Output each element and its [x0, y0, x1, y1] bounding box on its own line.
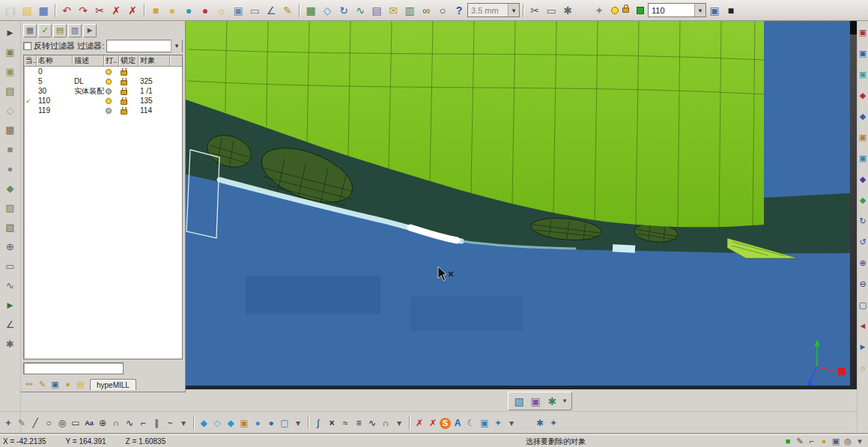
layer-filter-input[interactable]	[23, 362, 124, 374]
3d-viewport[interactable]	[186, 21, 850, 389]
ucs-status-icon[interactable]: ▣	[830, 435, 842, 447]
spline-tool-icon[interactable]: ∿	[123, 416, 136, 431]
delete-icon[interactable]: ✗	[108, 2, 124, 19]
delete-all-icon[interactable]: ✗	[426, 416, 440, 431]
zoom-icon[interactable]: ○	[434, 2, 451, 19]
side-view-icon[interactable]: ◇	[2, 102, 19, 118]
group-icon[interactable]: ▥	[401, 2, 418, 19]
view-back-icon[interactable]: ▣	[858, 66, 868, 82]
more-surface-icon[interactable]: ▾	[291, 416, 305, 431]
invert-filter-checkbox[interactable]	[23, 42, 31, 50]
surface-model-icon[interactable]: ◆	[2, 180, 19, 196]
iso-ne-view-icon[interactable]: ◆	[858, 171, 868, 187]
layer-lock-toggle[interactable]	[119, 107, 139, 115]
frame-icon[interactable]: ▭	[246, 2, 263, 19]
box-feature-icon[interactable]: ■	[148, 2, 164, 19]
column-header-description[interactable]: 描述	[73, 55, 104, 66]
cylinder-icon[interactable]: ●	[2, 160, 19, 177]
globe-icon[interactable]: ●	[180, 2, 197, 19]
rotate-ccw-icon[interactable]: ↺	[858, 234, 868, 250]
probe-icon[interactable]: ✦	[591, 2, 607, 19]
circle-tool-icon[interactable]: ○	[42, 416, 55, 431]
drill-icon[interactable]: ⊕	[2, 238, 19, 255]
layer-lock-toggle[interactable]	[119, 78, 139, 85]
select-icon[interactable]: ►	[2, 24, 19, 40]
link-icon[interactable]: ∞	[418, 2, 434, 19]
prev-view-icon[interactable]: ◄	[858, 317, 868, 334]
plug-icon[interactable]: ✦	[547, 416, 560, 431]
apply-filter-icon[interactable]: ✓	[38, 24, 52, 37]
layer-lock-toggle[interactable]	[119, 68, 139, 76]
zoom-out-icon[interactable]: ⊖	[858, 276, 868, 292]
iso-nw-view-icon[interactable]: ◆	[858, 192, 868, 208]
annotate-icon[interactable]: ✎	[279, 2, 296, 19]
chevron-down-icon[interactable]: ▾	[694, 4, 705, 16]
layer-row[interactable]: 119 114	[24, 106, 182, 115]
solid-box-icon[interactable]: ■	[2, 141, 19, 157]
material-icon[interactable]: ●	[197, 2, 213, 19]
snap-mode-icon[interactable]: ⌐	[806, 435, 818, 447]
curve-tool-icon[interactable]: ~	[163, 416, 177, 431]
layer-visibility-toggle[interactable]	[104, 88, 119, 94]
next-view-icon[interactable]: ►	[858, 338, 868, 355]
new-layer-icon[interactable]: ▤	[53, 24, 67, 37]
filter-combo[interactable]: ▾	[106, 40, 183, 52]
more-sketch-icon[interactable]: ▾	[177, 416, 190, 431]
sphere-solid-icon[interactable]: ●	[264, 416, 278, 431]
target-status-icon[interactable]: ◎	[842, 435, 854, 447]
point-tool-icon[interactable]: ⊕	[96, 416, 109, 431]
expand-status-icon[interactable]: ▾	[854, 435, 866, 447]
tool-folder-icon[interactable]: ▤	[74, 378, 87, 390]
display-mode-icon[interactable]: ▣	[706, 2, 723, 19]
box-solid-icon[interactable]: ▣	[237, 416, 251, 431]
corner-tool-icon[interactable]: ⌐	[136, 416, 150, 431]
erase-icon[interactable]: ✗	[124, 2, 141, 19]
tool-cylinder-icon[interactable]: ●	[61, 378, 74, 390]
text-tool-icon[interactable]: Aa	[82, 416, 96, 431]
mesh-icon[interactable]: ▨	[2, 199, 19, 216]
top-view-icon[interactable]: ▤	[2, 82, 19, 99]
app-s-icon[interactable]: S	[440, 418, 451, 429]
tool-box-icon[interactable]: ▣	[49, 378, 61, 390]
more-apps-icon[interactable]: ▾	[505, 416, 518, 431]
paint-display-icon[interactable]: ▧	[511, 393, 527, 410]
lock-icon[interactable]	[622, 7, 629, 13]
project-curve-icon[interactable]: ∫	[312, 416, 325, 431]
tool-hatchet-icon[interactable]: ✏	[23, 378, 36, 390]
pencil-tool-icon[interactable]: ✎	[15, 416, 28, 431]
wave-curve-icon[interactable]: ∿	[365, 416, 379, 431]
bulb-icon[interactable]	[611, 7, 619, 14]
angle-measure-icon[interactable]: ∠	[263, 2, 279, 19]
intersect-curve-icon[interactable]: ×	[325, 416, 339, 431]
fit-view-icon[interactable]: ▢	[858, 297, 868, 313]
simulate-icon[interactable]: ►	[2, 297, 19, 313]
tool-pencil-icon[interactable]: ✎	[36, 378, 49, 390]
shaded-cube-icon[interactable]: ▣	[527, 393, 544, 410]
sketch-plane-icon[interactable]: ▦	[2, 121, 19, 138]
camera-icon[interactable]: ▣	[230, 2, 246, 19]
view-right-icon[interactable]: ◆	[858, 108, 868, 124]
contour-icon[interactable]: ∿	[2, 277, 19, 294]
shell-icon[interactable]: ▢	[278, 416, 291, 431]
app-panel-icon[interactable]: ▣	[478, 416, 491, 431]
refresh-icon[interactable]: ↻	[336, 2, 352, 19]
line-tool-icon[interactable]: ╱	[28, 416, 42, 431]
grid-edit-icon[interactable]: ▦	[303, 2, 319, 19]
delete-entity-icon[interactable]: ✗	[413, 416, 426, 431]
help-icon[interactable]: ?	[451, 2, 467, 19]
mail-icon[interactable]: ✉	[385, 2, 401, 19]
move-tool-icon[interactable]: +	[1, 416, 15, 431]
column-header-current[interactable]: 当..	[24, 55, 37, 66]
layer-props-icon[interactable]: ▥	[68, 24, 82, 37]
edit-mode-icon[interactable]: ✎	[794, 435, 806, 447]
patch-surface-icon[interactable]: ◆	[224, 416, 237, 431]
light-icon[interactable]: ☼	[213, 2, 230, 19]
rect-tool-icon[interactable]: ▭	[69, 416, 82, 431]
app-plug-icon[interactable]: ✦	[491, 416, 505, 431]
column-header-visibility[interactable]: 打..	[104, 55, 119, 66]
layer-row[interactable]: 0	[24, 67, 182, 76]
layer-lock-toggle[interactable]	[119, 97, 139, 105]
rotate-cw-icon[interactable]: ↻	[858, 213, 868, 229]
section-icon[interactable]: ▧	[2, 219, 19, 235]
active-layer-color-chip[interactable]	[637, 7, 644, 14]
